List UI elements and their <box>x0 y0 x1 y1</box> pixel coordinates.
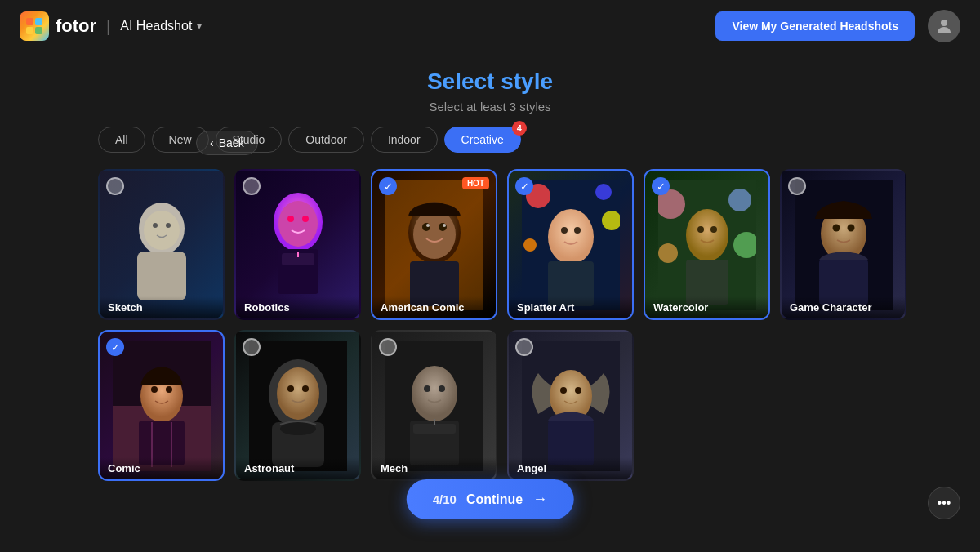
svg-point-51 <box>151 386 158 393</box>
title-area: Select style Select at least 3 styles <box>98 52 882 127</box>
avatar[interactable] <box>928 10 960 42</box>
tab-outdoor[interactable]: Outdoor <box>288 127 364 153</box>
svg-point-72 <box>560 387 567 394</box>
svg-point-59 <box>287 385 294 392</box>
svg-point-19 <box>413 210 456 259</box>
robotics-label: Robotics <box>236 296 359 318</box>
svg-point-73 <box>575 387 581 394</box>
svg-point-62 <box>280 422 316 435</box>
style-grid-row1: Sketch <box>98 169 882 320</box>
style-card-game-character[interactable]: Game Character <box>780 169 906 320</box>
tab-creative-badge: 4 <box>512 121 527 136</box>
tab-indoor[interactable]: Indoor <box>371 127 438 153</box>
main-content: ‹ Back Select style Select at least 3 st… <box>0 52 980 481</box>
hot-badge: HOT <box>462 177 489 189</box>
continue-label: Continue <box>466 492 523 507</box>
svg-point-12 <box>287 216 294 222</box>
logo-text: fotor <box>56 16 96 37</box>
svg-point-60 <box>302 385 309 392</box>
svg-rect-9 <box>137 252 186 300</box>
logo-icon <box>20 11 49 41</box>
svg-point-30 <box>548 209 594 265</box>
tab-creative[interactable]: Creative 4 <box>444 127 521 153</box>
svg-point-65 <box>424 385 430 392</box>
angel-label: Angel <box>509 457 632 479</box>
tab-creative-label: Creative <box>461 133 504 146</box>
continue-arrow-icon: → <box>532 491 547 508</box>
svg-point-11 <box>278 201 318 247</box>
svg-point-20 <box>422 223 430 231</box>
game-character-label: Game Character <box>782 296 905 318</box>
svg-point-46 <box>847 224 854 231</box>
svg-point-32 <box>574 227 581 234</box>
style-grid-row2: ✓ Comic <box>98 330 882 481</box>
svg-point-58 <box>277 367 319 420</box>
logo: fotor <box>20 11 96 41</box>
comic-label: Comic <box>100 457 223 479</box>
astronaut-label: Astronaut <box>236 457 359 479</box>
style-card-astronaut[interactable]: Astronaut <box>234 330 361 481</box>
game-character-check <box>788 177 806 195</box>
svg-rect-3 <box>35 27 42 34</box>
breadcrumb-divider: | <box>106 17 110 36</box>
header: fotor | AI Headshot ▾ View My Generated … <box>0 0 980 52</box>
american-comic-check: ✓ <box>379 177 397 195</box>
tab-all[interactable]: All <box>98 127 145 153</box>
svg-point-66 <box>439 385 445 392</box>
sketch-check <box>106 177 124 195</box>
watercolor-label: Watercolor <box>645 296 768 318</box>
svg-point-22 <box>426 224 430 227</box>
svg-point-64 <box>412 366 457 421</box>
astronaut-check <box>243 338 261 356</box>
style-card-sketch[interactable]: Sketch <box>98 169 225 320</box>
splatter-art-label: Splatter Art <box>509 296 632 318</box>
style-card-robotics[interactable]: Robotics <box>234 169 361 320</box>
ai-headshot-dropdown[interactable]: AI Headshot ▾ <box>120 19 202 33</box>
svg-point-6 <box>144 211 180 250</box>
svg-point-40 <box>697 226 704 233</box>
style-card-mech[interactable]: Mech <box>371 330 497 481</box>
style-card-watercolor[interactable]: ✓ Watercolor <box>644 169 770 320</box>
tab-studio[interactable]: Studio <box>216 127 283 153</box>
svg-point-45 <box>832 224 840 231</box>
mech-label: Mech <box>372 457 496 479</box>
continue-count: 4/10 <box>433 492 457 506</box>
continue-bar[interactable]: 4/10 Continue → <box>407 479 574 519</box>
svg-point-29 <box>523 238 537 252</box>
svg-point-36 <box>728 189 751 211</box>
page-title: Select style <box>98 69 882 95</box>
chevron-down-icon: ▾ <box>197 20 202 32</box>
watercolor-check: ✓ <box>652 177 670 195</box>
splatter-art-check: ✓ <box>515 177 533 195</box>
view-headshots-button[interactable]: View My Generated Headshots <box>715 11 915 41</box>
style-card-american-comic[interactable]: ✓ HOT American Comic <box>371 169 497 320</box>
svg-rect-1 <box>35 18 42 25</box>
ai-headshot-label: AI Headshot <box>120 19 192 33</box>
more-icon: ••• <box>938 496 951 510</box>
header-right: View My Generated Headshots <box>715 10 960 42</box>
svg-rect-0 <box>26 18 33 25</box>
svg-point-39 <box>686 209 728 261</box>
tab-new[interactable]: New <box>152 127 209 153</box>
svg-point-41 <box>710 226 717 233</box>
svg-point-13 <box>302 216 309 222</box>
robotics-check <box>243 177 261 195</box>
svg-point-7 <box>153 223 158 228</box>
header-left: fotor | AI Headshot ▾ <box>20 11 202 41</box>
more-button[interactable]: ••• <box>928 487 960 519</box>
american-comic-label: American Comic <box>372 296 496 318</box>
style-card-splatter-art[interactable]: ✓ Splatter Art <box>507 169 634 320</box>
svg-point-52 <box>166 386 172 393</box>
sketch-label: Sketch <box>100 296 223 318</box>
svg-point-8 <box>166 223 171 228</box>
svg-point-4 <box>941 20 947 26</box>
svg-point-23 <box>443 224 446 227</box>
back-arrow-icon: ‹ <box>210 136 214 149</box>
angel-check <box>515 338 533 356</box>
style-card-angel[interactable]: Angel <box>507 330 634 481</box>
svg-point-21 <box>439 223 447 231</box>
svg-point-38 <box>658 243 678 263</box>
mech-check <box>379 338 397 356</box>
style-card-comic[interactable]: ✓ Comic <box>98 330 225 481</box>
svg-point-31 <box>561 227 568 234</box>
